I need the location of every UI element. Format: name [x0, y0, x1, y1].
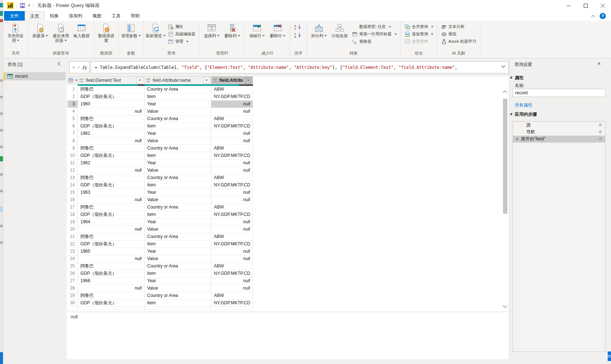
tab-工具[interactable]: 工具	[107, 11, 126, 21]
table-cell[interactable]: null	[211, 130, 253, 137]
button-新建源[interactable]: 新建源	[30, 22, 50, 50]
button-删除列[interactable]: 删除列	[222, 22, 242, 50]
button-输入数据[interactable]: 输入数据	[72, 22, 91, 50]
save-icon[interactable]	[20, 3, 25, 8]
row-number[interactable]: 27	[67, 277, 78, 285]
table-cell[interactable]: Item	[145, 300, 211, 307]
step-settings-gear-icon[interactable]: ⚙	[598, 130, 602, 134]
row-number[interactable]: 22	[67, 241, 78, 248]
table-cell[interactable]: null	[78, 255, 145, 263]
scroll-down-icon[interactable]	[503, 305, 507, 308]
row-number[interactable]: 7	[67, 130, 78, 137]
applied-step-源[interactable]: 源⚙	[513, 122, 605, 129]
table-cell[interactable]: Country or Area	[145, 145, 211, 152]
table-cell[interactable]: null	[211, 218, 253, 226]
filter-dropdown-icon[interactable]	[203, 77, 209, 84]
row-number[interactable]: 5	[67, 115, 78, 123]
collapse-queries-pane-icon[interactable]	[58, 62, 60, 66]
row-number[interactable]: 28	[67, 285, 78, 292]
button-刷新预览[interactable]: 刷新预览	[146, 22, 166, 50]
button-高级编辑器[interactable]: 高级编辑器	[168, 31, 195, 37]
column-header-field.Attribute:key[interactable]: ABC123field.Attribute:key	[211, 76, 253, 84]
tab-文件[interactable]: 文件	[4, 11, 25, 21]
table-cell[interactable]: Year	[145, 189, 211, 196]
filter-dropdown-icon[interactable]	[136, 77, 143, 84]
select-all-corner[interactable]	[67, 76, 78, 84]
row-number[interactable]: 23	[67, 248, 78, 255]
table-cell[interactable]: Item	[145, 93, 211, 101]
applied-step-展开的"field"[interactable]: ×展开的"field"⚙	[513, 136, 605, 143]
button-保留行[interactable]: 保留行	[247, 22, 267, 50]
expand-formula-icon[interactable]	[501, 65, 506, 68]
button-将第一行用作标题[interactable]: 将第一行用作标题	[352, 31, 397, 37]
scrollbar-thumb[interactable]	[503, 99, 507, 214]
table-cell[interactable]: NY.GDP.MKTP.CD	[211, 300, 253, 307]
table-cell[interactable]: 阿鲁巴	[78, 263, 145, 270]
minimize-button[interactable]	[560, 0, 577, 11]
button-追加查询[interactable]: 追加查询	[405, 31, 433, 37]
table-cell[interactable]: ABW	[211, 204, 253, 211]
table-cell[interactable]: null	[211, 108, 253, 115]
tab-转换[interactable]: 转换	[45, 11, 64, 21]
table-cell[interactable]: 1962	[78, 160, 145, 167]
table-cell[interactable]: 1964	[78, 218, 145, 226]
button-数据类型: 任意[interactable]: 数据类型: 任意	[352, 24, 397, 29]
table-cell[interactable]: null	[211, 255, 253, 263]
table-cell[interactable]: NY.GDP.MKTP.CD	[211, 152, 253, 160]
button-拆分列[interactable]: 拆分列	[309, 22, 329, 50]
row-number[interactable]: 9	[67, 145, 78, 152]
row-number[interactable]: 11	[67, 160, 78, 167]
table-cell[interactable]: 1960	[78, 101, 145, 108]
button-选择列[interactable]: 选择列	[202, 22, 222, 50]
table-cell[interactable]: Country or Area	[145, 233, 211, 241]
row-number[interactable]: 6	[67, 123, 78, 130]
button-管理[interactable]: 管理	[168, 39, 195, 44]
table-cell[interactable]: Country or Area	[145, 86, 211, 93]
table-cell[interactable]: ABW	[211, 233, 253, 241]
table-cell[interactable]: GDP（现价美元）	[78, 211, 145, 218]
table-cell[interactable]: null	[211, 277, 253, 285]
table-cell[interactable]: ABW	[211, 263, 253, 270]
table-cell[interactable]: null	[211, 137, 253, 145]
table-cell[interactable]: null	[78, 108, 145, 115]
button-sort-za[interactable]: ZA	[294, 32, 303, 38]
step-settings-gear-icon[interactable]: ⚙	[598, 137, 602, 141]
table-cell[interactable]: NY.GDP.MKTP.CD	[211, 93, 253, 101]
row-number[interactable]: 21	[67, 233, 78, 241]
table-cell[interactable]: 阿鲁巴	[78, 174, 145, 182]
table-cell[interactable]: Item	[145, 152, 211, 160]
tab-帮助[interactable]: 帮助	[126, 11, 145, 21]
table-cell[interactable]: 1966	[78, 277, 145, 285]
table-cell[interactable]: null	[78, 226, 145, 233]
table-cell[interactable]: Item	[145, 241, 211, 248]
table-cell[interactable]: null	[211, 226, 253, 233]
scroll-up-icon[interactable]	[503, 90, 507, 93]
table-cell[interactable]: Value	[145, 108, 211, 115]
table-cell[interactable]: Year	[145, 160, 211, 167]
table-cell[interactable]: Year	[145, 130, 211, 137]
settings-pane-divider[interactable]	[509, 58, 509, 359]
table-cell[interactable]: GDP（现价美元）	[78, 123, 145, 130]
table-cell[interactable]: Country or Area	[145, 174, 211, 182]
button-最近使用的源[interactable]: 最近使用的源	[51, 22, 71, 50]
table-cell[interactable]: NY.GDP.MKTP.CD	[211, 211, 253, 218]
row-number[interactable]: 24	[67, 255, 78, 263]
row-number[interactable]: 25	[67, 263, 78, 270]
table-cell[interactable]: 阿鲁巴	[78, 115, 145, 123]
row-number[interactable]: 30	[67, 300, 78, 307]
table-cell[interactable]: Country or Area	[145, 263, 211, 270]
column-header-field.Attribute:name[interactable]: ABC123field.Attribute:name	[145, 76, 211, 84]
query-name-input[interactable]: record	[513, 89, 605, 97]
filter-dropdown-icon[interactable]	[245, 77, 251, 84]
grid-scrollbar[interactable]	[502, 86, 508, 310]
table-cell[interactable]: null	[78, 167, 145, 174]
table-cell[interactable]: ABW	[211, 86, 253, 93]
table-cell[interactable]: 阿鲁巴	[78, 233, 145, 241]
table-cell[interactable]: ABW	[211, 145, 253, 152]
table-cell[interactable]: null	[78, 137, 145, 145]
button-Azure 机器学习[interactable]: Azure 机器学习	[441, 39, 476, 44]
table-cell[interactable]: NY.GDP.MKTP.CD	[211, 182, 253, 189]
row-number[interactable]: 20	[67, 226, 78, 233]
cancel-formula-icon[interactable]: ×	[72, 64, 75, 70]
tab-主页[interactable]: 主页	[25, 11, 45, 21]
